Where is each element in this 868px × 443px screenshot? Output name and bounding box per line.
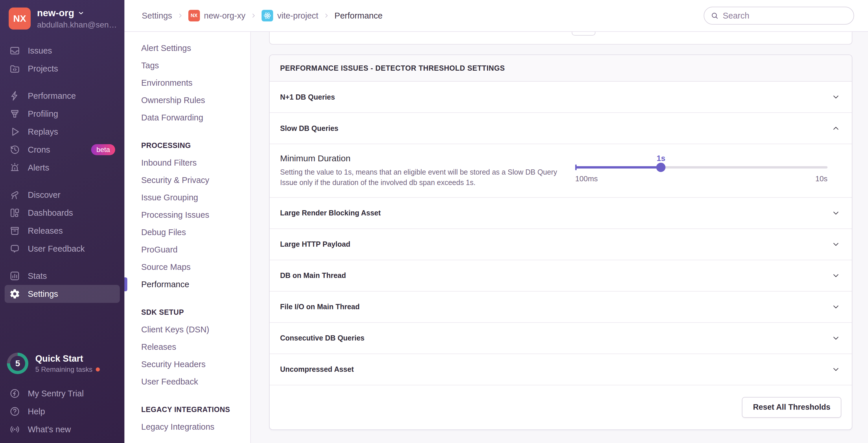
sidebar-item-crons[interactable]: Cronsbeta bbox=[5, 141, 120, 159]
detector-row-large-render-blocking-asset[interactable]: Large Render Blocking Asset bbox=[270, 198, 852, 229]
sidebar-item-label: Issues bbox=[28, 46, 52, 56]
settings-nav-item-alert-settings[interactable]: Alert Settings bbox=[141, 39, 250, 57]
sidebar-item-stats[interactable]: Stats bbox=[5, 267, 120, 285]
settings-nav-item-issue-grouping[interactable]: Issue Grouping bbox=[141, 189, 250, 206]
sidebar-item-label: Dashboards bbox=[28, 208, 73, 218]
detector-label: Consecutive DB Queries bbox=[280, 334, 365, 342]
nav-group: IssuesProjects bbox=[5, 42, 120, 78]
sidebar-item-projects[interactable]: Projects bbox=[5, 60, 120, 78]
breadcrumb-item-settings[interactable]: Settings bbox=[142, 11, 172, 21]
chevron-down-icon bbox=[832, 93, 840, 101]
settings-nav-item-performance[interactable]: Performance bbox=[141, 276, 250, 293]
settings-nav-item-data-forwarding[interactable]: Data Forwarding bbox=[141, 109, 250, 126]
projects-icon bbox=[9, 63, 20, 74]
sidebar-footer: My Sentry TrialHelpWhat's new bbox=[0, 385, 124, 438]
breadcrumb-chevron-icon bbox=[323, 13, 329, 19]
chevron-down-icon bbox=[832, 334, 840, 343]
sidebar-item-performance[interactable]: Performance bbox=[5, 87, 120, 105]
slider-thumb[interactable] bbox=[656, 163, 665, 172]
breadcrumb-label: vite-project bbox=[277, 11, 318, 21]
chevron-down-icon bbox=[832, 365, 840, 374]
sidebar-item-label: My Sentry Trial bbox=[28, 389, 84, 398]
settings-nav-item-proguard[interactable]: ProGuard bbox=[141, 241, 250, 258]
quickstart-title: Quick Start bbox=[35, 354, 100, 364]
panel-title: PERFORMANCE ISSUES - DETECTOR THRESHOLD … bbox=[270, 55, 852, 82]
sidebar-item-user-feedback[interactable]: User Feedback bbox=[5, 240, 120, 258]
sidebar-item-label: User Feedback bbox=[28, 244, 85, 254]
settings-nav-item-debug-files[interactable]: Debug Files bbox=[141, 224, 250, 241]
settings-nav-item-processing-issues[interactable]: Processing Issues bbox=[141, 206, 250, 224]
search-input[interactable] bbox=[723, 11, 847, 21]
slider-fill bbox=[575, 166, 661, 169]
detector-row-db-on-main-thread[interactable]: DB on Main Thread bbox=[270, 260, 852, 292]
detector-row-n-1-db-queries[interactable]: N+1 DB Queries bbox=[270, 82, 852, 113]
settings-nav-item-releases[interactable]: Releases bbox=[141, 338, 250, 356]
settings-nav-item-source-maps[interactable]: Source Maps bbox=[141, 258, 250, 276]
reset-all-thresholds-button[interactable]: Reset All Thresholds bbox=[742, 397, 841, 418]
slider-value-row: 1s bbox=[575, 154, 828, 166]
issues-icon bbox=[9, 45, 20, 56]
settings-nav-item-security-headers[interactable]: Security Headers bbox=[141, 356, 250, 373]
settings-nav-item-client-keys-dsn[interactable]: Client Keys (DSN) bbox=[141, 321, 250, 338]
sidebar-item-label: Profiling bbox=[28, 109, 58, 119]
slider-track[interactable] bbox=[575, 166, 828, 169]
detector-row-uncompressed-asset[interactable]: Uncompressed Asset bbox=[270, 354, 852, 385]
primary-nav: IssuesProjectsPerformanceProfilingReplay… bbox=[0, 42, 124, 303]
sidebar-item-alerts[interactable]: Alerts bbox=[5, 159, 120, 177]
user-feedback-icon bbox=[9, 243, 20, 254]
sidebar-item-help[interactable]: Help bbox=[5, 403, 120, 420]
settings-nav: Alert SettingsTagsEnvironmentsOwnership … bbox=[124, 32, 251, 443]
org-switcher[interactable]: NX new-org abdullah.khan@sen… bbox=[0, 7, 124, 30]
slow-db-queries-settings: Minimum Duration Setting the value to 1s… bbox=[270, 144, 852, 198]
detector-row-file-i-o-on-main-thread[interactable]: File I/O on Main Thread bbox=[270, 292, 852, 323]
sidebar-item-label: Replays bbox=[28, 127, 58, 137]
sidebar-item-label: Projects bbox=[28, 64, 58, 73]
chevron-down-icon bbox=[832, 302, 840, 311]
sidebar-item-profiling[interactable]: Profiling bbox=[5, 105, 120, 123]
settings-icon bbox=[9, 288, 20, 299]
breadcrumb-item-vite-project[interactable]: vite-project bbox=[261, 10, 318, 22]
threshold-description: Minimum Duration Setting the value to 1s… bbox=[280, 153, 558, 188]
sidebar-item-dashboards[interactable]: Dashboards bbox=[5, 204, 120, 222]
breadcrumb-item-new-org-xy[interactable]: NXnew-org-xy bbox=[188, 10, 245, 22]
sidebar-item-label: Alerts bbox=[28, 163, 49, 173]
settings-nav-item-tags[interactable]: Tags bbox=[141, 57, 250, 74]
detector-row-consecutive-db-queries[interactable]: Consecutive DB Queries bbox=[270, 323, 852, 354]
breadcrumb-chevron-icon bbox=[177, 13, 183, 19]
sidebar-item-settings[interactable]: Settings bbox=[5, 285, 120, 303]
quickstart-count: 5 bbox=[7, 353, 28, 374]
detector-label: Large Render Blocking Asset bbox=[280, 209, 381, 217]
quickstart-subtitle: 5 Remaining tasks bbox=[35, 365, 100, 374]
sidebar-item-discover[interactable]: Discover bbox=[5, 186, 120, 204]
sidebar-item-label: Discover bbox=[28, 190, 60, 200]
slider-range-labels: 100ms 10s bbox=[575, 174, 828, 183]
search-box[interactable] bbox=[704, 7, 854, 25]
sidebar-item-releases[interactable]: Releases bbox=[5, 222, 120, 240]
sidebar-item-my-sentry-trial[interactable]: My Sentry Trial bbox=[5, 385, 120, 403]
settings-nav-section-processing: PROCESSING bbox=[141, 137, 250, 154]
chevron-down-icon bbox=[832, 271, 840, 280]
profiling-icon bbox=[9, 108, 20, 119]
settings-nav-item-user-feedback[interactable]: User Feedback bbox=[141, 373, 250, 390]
crons-icon bbox=[9, 144, 20, 155]
alerts-icon bbox=[9, 162, 20, 173]
quickstart-widget[interactable]: 5 Quick Start 5 Remaining tasks bbox=[0, 353, 124, 374]
settings-nav-item-environments[interactable]: Environments bbox=[141, 74, 250, 91]
app-sidebar: NX new-org abdullah.khan@sen… IssuesProj… bbox=[0, 0, 124, 443]
settings-nav-section-sdk-setup: SDK SETUP bbox=[141, 303, 250, 321]
settings-nav-item-ownership-rules[interactable]: Ownership Rules bbox=[141, 91, 250, 109]
org-meta: new-org abdullah.khan@sen… bbox=[37, 7, 117, 30]
sidebar-item-what-s-new[interactable]: What's new bbox=[5, 420, 120, 438]
settings-nav-item-legacy-integrations[interactable]: Legacy Integrations bbox=[141, 418, 250, 436]
slider-min-label: 100ms bbox=[575, 174, 598, 183]
detector-row-slow-db-queries[interactable]: Slow DB Queries bbox=[270, 113, 852, 144]
content-row: Alert SettingsTagsEnvironmentsOwnership … bbox=[124, 32, 868, 443]
sidebar-item-issues[interactable]: Issues bbox=[5, 42, 120, 60]
settings-nav-item-inbound-filters[interactable]: Inbound Filters bbox=[141, 154, 250, 171]
notification-dot-icon bbox=[96, 367, 100, 372]
quickstart-progress-ring: 5 bbox=[7, 353, 28, 374]
breadcrumb-item-performance: Performance bbox=[335, 11, 382, 21]
sidebar-item-replays[interactable]: Replays bbox=[5, 123, 120, 141]
settings-nav-item-security-privacy[interactable]: Security & Privacy bbox=[141, 171, 250, 189]
detector-row-large-http-payload[interactable]: Large HTTP Payload bbox=[270, 229, 852, 260]
